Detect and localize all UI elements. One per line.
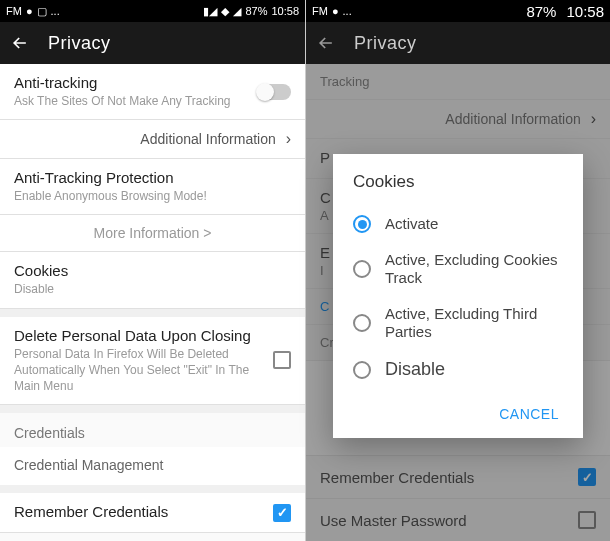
delete-personal-checkbox[interactable]	[273, 351, 291, 369]
dialog-actions: CANCEL	[353, 390, 563, 428]
option-excluding-third[interactable]: Active, Excluding Third Parties	[353, 296, 563, 350]
cookies-dialog: Cookies Activate Active, Excluding Cooki…	[333, 154, 583, 438]
wifi-icon: ◆	[221, 5, 229, 18]
anti-tracking-protection-row[interactable]: Anti-Tracking Protection Enable Anonymou…	[0, 159, 305, 215]
signal-icon: ◢	[233, 5, 241, 18]
delete-personal-title: Delete Personal Data Upon Closing	[14, 327, 273, 344]
chevron-right-icon: ›	[286, 130, 291, 147]
divider	[0, 485, 305, 493]
header-bar: Privacy	[306, 22, 610, 64]
battery-text: 87%	[526, 3, 556, 20]
anti-tracking-toggle[interactable]	[257, 84, 291, 100]
credential-mgmt-row[interactable]: Credential Management	[0, 447, 305, 485]
header-bar: Privacy	[0, 22, 305, 64]
option-activate[interactable]: Activate	[353, 206, 563, 242]
clock-text: 10:58	[566, 3, 604, 20]
additional-info-link[interactable]: Additional Information ›	[0, 120, 305, 159]
delete-personal-sub: Personal Data In Firefox Will Be Deleted…	[14, 346, 273, 395]
radio-icon[interactable]	[353, 314, 371, 332]
atp-title: Anti-Tracking Protection	[14, 169, 291, 186]
cookies-row[interactable]: Cookies Disable	[0, 252, 305, 308]
anti-tracking-title: Anti-tracking	[14, 74, 257, 91]
page-title: Privacy	[48, 33, 111, 54]
modal-overlay[interactable]: Cookies Activate Active, Excluding Cooki…	[306, 64, 610, 541]
atp-sub: Enable Anonymous Browsing Mode!	[14, 188, 291, 204]
cookies-value: Disable	[14, 281, 291, 297]
radio-icon[interactable]	[353, 361, 371, 379]
globe-icon: ●	[26, 5, 33, 17]
cookies-title: Cookies	[14, 262, 291, 279]
back-icon[interactable]	[316, 33, 336, 53]
remember-credentials-row[interactable]: Remember Credentials	[0, 493, 305, 533]
divider	[0, 309, 305, 317]
radio-icon[interactable]	[353, 260, 371, 278]
dialog-title: Cookies	[353, 172, 563, 192]
picture-icon: ▢	[37, 5, 47, 18]
fm-indicator: FM	[312, 5, 328, 17]
remember-credentials-checkbox[interactable]	[273, 504, 291, 522]
option-excluding-track[interactable]: Active, Excluding Cookies Track	[353, 242, 563, 296]
vibrate-icon: ▮◢	[203, 5, 217, 18]
option-disable[interactable]: Disable	[353, 350, 563, 390]
page-title: Privacy	[354, 33, 417, 54]
settings-list[interactable]: Anti-tracking Ask The Sites Of Not Make …	[0, 64, 305, 541]
status-bar: FM ● ... 87% 10:58	[306, 0, 610, 22]
delete-personal-row[interactable]: Delete Personal Data Upon Closing Person…	[0, 317, 305, 406]
more-icon: ...	[51, 5, 60, 17]
anti-tracking-row[interactable]: Anti-tracking Ask The Sites Of Not Make …	[0, 64, 305, 120]
divider	[0, 405, 305, 413]
anti-tracking-sub: Ask The Sites Of Not Make Any Tracking	[14, 93, 257, 109]
screen-left: FM ● ▢ ... ▮◢ ◆ ◢ 87% 10:58 Privacy Anti…	[0, 0, 305, 541]
battery-text: 87%	[245, 5, 267, 17]
clock-text: 10:58	[271, 5, 299, 17]
globe-icon: ●	[332, 5, 339, 17]
radio-icon[interactable]	[353, 215, 371, 233]
credentials-header: Credentials	[0, 413, 305, 447]
back-icon[interactable]	[10, 33, 30, 53]
screen-right: FM ● ... 87% 10:58 Privacy Tracking Addi…	[305, 0, 610, 541]
more-info-link[interactable]: More Information >	[0, 215, 305, 252]
status-bar: FM ● ▢ ... ▮◢ ◆ ◢ 87% 10:58	[0, 0, 305, 22]
more-icon: ...	[343, 5, 352, 17]
fm-indicator: FM	[6, 5, 22, 17]
cancel-button[interactable]: CANCEL	[495, 400, 563, 428]
